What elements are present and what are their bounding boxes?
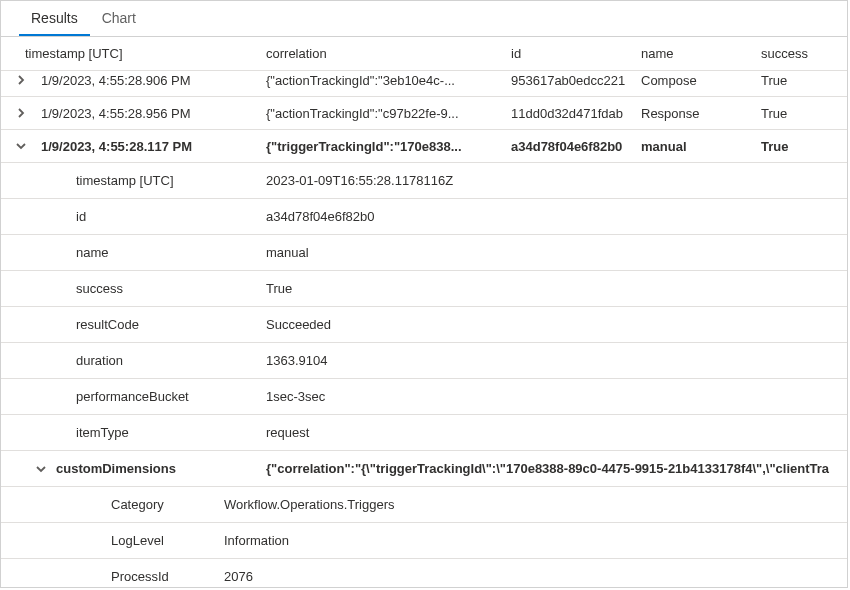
cell-success: True bbox=[761, 73, 841, 88]
detail-key-category: Category bbox=[1, 497, 164, 512]
detail-row: resultCode Succeeded bbox=[1, 307, 847, 343]
detail-row: duration 1363.9104 bbox=[1, 343, 847, 379]
cell-success: True bbox=[761, 139, 841, 154]
table-row[interactable]: 1/9/2023, 4:55:28.956 PM {"actionTrackin… bbox=[1, 97, 847, 130]
detail-row: LogLevel Information bbox=[1, 523, 847, 559]
tab-results[interactable]: Results bbox=[19, 1, 90, 36]
cell-id: a34d78f04e6f82b0 bbox=[511, 139, 641, 154]
cell-timestamp: 1/9/2023, 4:55:28.117 PM bbox=[41, 139, 266, 154]
cell-name: Compose bbox=[641, 73, 761, 88]
detail-key-resultcode: resultCode bbox=[1, 317, 139, 332]
tabs-bar: Results Chart bbox=[1, 1, 847, 37]
expand-row-0[interactable] bbox=[1, 75, 41, 85]
detail-key-name: name bbox=[1, 245, 109, 260]
results-panel: Results Chart timestamp [UTC] correlatio… bbox=[0, 0, 848, 588]
detail-val-success: True bbox=[266, 281, 847, 296]
detail-key-customdimensions: customDimensions bbox=[56, 461, 176, 476]
detail-key-success: success bbox=[1, 281, 123, 296]
detail-row: id a34d78f04e6f82b0 bbox=[1, 199, 847, 235]
chevron-down-icon bbox=[16, 141, 26, 151]
detail-val-processid: 2076 bbox=[224, 569, 847, 584]
detail-key-processid: ProcessId bbox=[1, 569, 169, 584]
detail-row: name manual bbox=[1, 235, 847, 271]
collapse-customdimensions[interactable] bbox=[1, 464, 56, 474]
detail-row: ProcessId 2076 bbox=[1, 559, 847, 588]
detail-row: timestamp [UTC] 2023-01-09T16:55:28.1178… bbox=[1, 163, 847, 199]
detail-val-performancebucket: 1sec-3sec bbox=[266, 389, 847, 404]
detail-row: Category Workflow.Operations.Triggers bbox=[1, 487, 847, 523]
detail-key-loglevel: LogLevel bbox=[1, 533, 164, 548]
detail-row: success True bbox=[1, 271, 847, 307]
detail-row: itemType request bbox=[1, 415, 847, 451]
cell-id: 11dd0d32d471fdab bbox=[511, 106, 641, 121]
detail-val-resultcode: Succeeded bbox=[266, 317, 847, 332]
table-row[interactable]: 1/9/2023, 4:55:28.906 PM {"actionTrackin… bbox=[1, 64, 847, 97]
detail-key-performancebucket: performanceBucket bbox=[1, 389, 189, 404]
cell-name: manual bbox=[641, 139, 761, 154]
detail-row-customdimensions[interactable]: customDimensions {"correlation":"{\"trig… bbox=[1, 451, 847, 487]
chevron-right-icon bbox=[16, 108, 26, 118]
cell-correlation: {"triggerTrackingId":"170e838... bbox=[266, 139, 511, 154]
detail-key-timestamp: timestamp [UTC] bbox=[1, 173, 174, 188]
expand-row-1[interactable] bbox=[1, 108, 41, 118]
detail-val-timestamp: 2023-01-09T16:55:28.1178116Z bbox=[266, 173, 847, 188]
detail-val-customdimensions: {"correlation":"{\"triggerTrackingId\":\… bbox=[266, 461, 847, 476]
detail-val-itemtype: request bbox=[266, 425, 847, 440]
header-timestamp[interactable]: timestamp [UTC] bbox=[1, 46, 266, 61]
detail-key-id: id bbox=[1, 209, 86, 224]
detail-val-name: manual bbox=[266, 245, 847, 260]
cell-correlation: {"actionTrackingId":"c97b22fe-9... bbox=[266, 106, 511, 121]
header-id[interactable]: id bbox=[511, 46, 641, 61]
collapse-row-2[interactable] bbox=[1, 141, 41, 151]
cell-correlation: {"actionTrackingId":"3eb10e4c-... bbox=[266, 73, 511, 88]
detail-key-duration: duration bbox=[1, 353, 123, 368]
table-row-expanded[interactable]: 1/9/2023, 4:55:28.117 PM {"triggerTracki… bbox=[1, 130, 847, 163]
chevron-right-icon bbox=[16, 75, 26, 85]
cell-timestamp: 1/9/2023, 4:55:28.906 PM bbox=[41, 73, 266, 88]
cell-name: Response bbox=[641, 106, 761, 121]
detail-val-duration: 1363.9104 bbox=[266, 353, 847, 368]
detail-val-category: Workflow.Operations.Triggers bbox=[224, 497, 847, 512]
detail-val-id: a34d78f04e6f82b0 bbox=[266, 209, 847, 224]
cell-id: 953617ab0edcc221 bbox=[511, 73, 641, 88]
chevron-down-icon bbox=[36, 464, 46, 474]
detail-val-loglevel: Information bbox=[224, 533, 847, 548]
header-name[interactable]: name bbox=[641, 46, 761, 61]
detail-key-itemtype: itemType bbox=[1, 425, 129, 440]
header-correlation[interactable]: correlation bbox=[266, 46, 511, 61]
cell-timestamp: 1/9/2023, 4:55:28.956 PM bbox=[41, 106, 266, 121]
header-success[interactable]: success bbox=[761, 46, 841, 61]
cell-success: True bbox=[761, 106, 841, 121]
tab-chart[interactable]: Chart bbox=[90, 1, 148, 36]
detail-row: performanceBucket 1sec-3sec bbox=[1, 379, 847, 415]
